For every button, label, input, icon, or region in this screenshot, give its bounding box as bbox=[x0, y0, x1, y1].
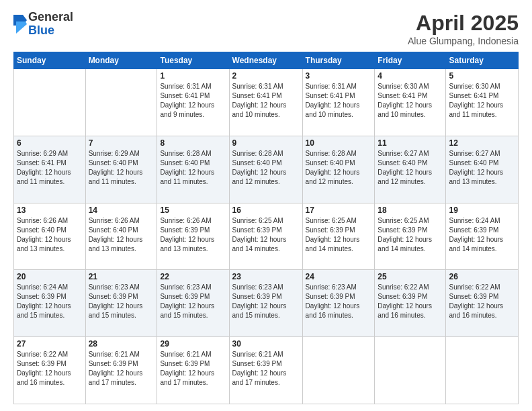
calendar-cell: 11Sunrise: 6:27 AMSunset: 6:40 PMDayligh… bbox=[375, 136, 446, 203]
calendar-cell: 22Sunrise: 6:23 AMSunset: 6:39 PMDayligh… bbox=[157, 270, 229, 337]
calendar-cell bbox=[446, 337, 519, 404]
day-number: 22 bbox=[160, 272, 226, 281]
day-number: 24 bbox=[306, 272, 372, 281]
day-info: Sunrise: 6:27 AMSunset: 6:40 PMDaylight:… bbox=[378, 149, 443, 187]
day-info: Sunrise: 6:24 AMSunset: 6:39 PMDaylight:… bbox=[449, 216, 515, 254]
calendar-cell: 20Sunrise: 6:24 AMSunset: 6:39 PMDayligh… bbox=[14, 270, 86, 337]
day-info: Sunrise: 6:24 AMSunset: 6:39 PMDaylight:… bbox=[17, 283, 83, 320]
calendar-cell: 12Sunrise: 6:27 AMSunset: 6:40 PMDayligh… bbox=[446, 136, 519, 203]
calendar-cell: 9Sunrise: 6:28 AMSunset: 6:40 PMDaylight… bbox=[229, 136, 302, 203]
calendar-cell: 4Sunrise: 6:30 AMSunset: 6:41 PMDaylight… bbox=[375, 69, 446, 136]
day-number: 19 bbox=[449, 205, 515, 215]
week-row-2: 6Sunrise: 6:29 AMSunset: 6:41 PMDaylight… bbox=[14, 136, 519, 203]
day-number: 3 bbox=[306, 71, 372, 81]
calendar-cell: 29Sunrise: 6:21 AMSunset: 6:39 PMDayligh… bbox=[157, 337, 229, 404]
calendar-cell: 7Sunrise: 6:29 AMSunset: 6:40 PMDaylight… bbox=[85, 136, 157, 203]
day-info: Sunrise: 6:23 AMSunset: 6:39 PMDaylight:… bbox=[232, 283, 300, 320]
calendar-cell: 6Sunrise: 6:29 AMSunset: 6:41 PMDaylight… bbox=[14, 136, 86, 203]
day-info: Sunrise: 6:22 AMSunset: 6:39 PMDaylight:… bbox=[449, 283, 515, 320]
logo-blue: Blue bbox=[28, 24, 73, 38]
day-info: Sunrise: 6:21 AMSunset: 6:39 PMDaylight:… bbox=[89, 350, 154, 387]
calendar-cell: 1Sunrise: 6:31 AMSunset: 6:41 PMDaylight… bbox=[157, 69, 229, 136]
title-month: April 2025 bbox=[408, 11, 519, 36]
day-number: 26 bbox=[449, 272, 515, 281]
day-number: 9 bbox=[232, 138, 300, 148]
calendar-cell: 19Sunrise: 6:24 AMSunset: 6:39 PMDayligh… bbox=[446, 203, 519, 270]
day-number: 7 bbox=[89, 138, 154, 148]
day-number: 1 bbox=[160, 71, 226, 81]
calendar-page: General Blue April 2025 Alue Glumpang, I… bbox=[0, 0, 532, 411]
day-number: 13 bbox=[17, 205, 83, 215]
calendar-cell: 10Sunrise: 6:28 AMSunset: 6:40 PMDayligh… bbox=[302, 136, 375, 203]
day-number: 5 bbox=[449, 71, 515, 81]
day-number: 2 bbox=[232, 71, 300, 81]
calendar-cell: 26Sunrise: 6:22 AMSunset: 6:39 PMDayligh… bbox=[446, 270, 519, 337]
day-number: 16 bbox=[232, 205, 300, 215]
calendar-cell: 27Sunrise: 6:22 AMSunset: 6:39 PMDayligh… bbox=[14, 337, 86, 404]
day-info: Sunrise: 6:29 AMSunset: 6:40 PMDaylight:… bbox=[89, 149, 154, 187]
day-info: Sunrise: 6:31 AMSunset: 6:41 PMDaylight:… bbox=[160, 82, 226, 120]
day-info: Sunrise: 6:26 AMSunset: 6:40 PMDaylight:… bbox=[89, 216, 154, 254]
week-row-1: 1Sunrise: 6:31 AMSunset: 6:41 PMDaylight… bbox=[14, 69, 519, 136]
logo-text: General Blue bbox=[28, 11, 73, 38]
day-info: Sunrise: 6:21 AMSunset: 6:39 PMDaylight:… bbox=[232, 350, 300, 387]
calendar-cell: 24Sunrise: 6:23 AMSunset: 6:39 PMDayligh… bbox=[302, 270, 375, 337]
calendar-cell: 18Sunrise: 6:25 AMSunset: 6:39 PMDayligh… bbox=[375, 203, 446, 270]
week-row-5: 27Sunrise: 6:22 AMSunset: 6:39 PMDayligh… bbox=[14, 337, 519, 404]
day-number: 23 bbox=[232, 272, 300, 281]
week-row-4: 20Sunrise: 6:24 AMSunset: 6:39 PMDayligh… bbox=[14, 270, 519, 337]
day-info: Sunrise: 6:26 AMSunset: 6:39 PMDaylight:… bbox=[160, 216, 226, 254]
day-number: 21 bbox=[89, 272, 154, 281]
calendar-cell: 16Sunrise: 6:25 AMSunset: 6:39 PMDayligh… bbox=[229, 203, 302, 270]
calendar-cell: 25Sunrise: 6:22 AMSunset: 6:39 PMDayligh… bbox=[375, 270, 446, 337]
day-info: Sunrise: 6:28 AMSunset: 6:40 PMDaylight:… bbox=[232, 149, 300, 187]
day-number: 8 bbox=[160, 138, 226, 148]
weekday-header-wednesday: Wednesday bbox=[229, 52, 302, 69]
day-info: Sunrise: 6:25 AMSunset: 6:39 PMDaylight:… bbox=[232, 216, 300, 254]
calendar-cell: 30Sunrise: 6:21 AMSunset: 6:39 PMDayligh… bbox=[229, 337, 302, 404]
weekday-header-sunday: Sunday bbox=[14, 52, 86, 69]
day-info: Sunrise: 6:31 AMSunset: 6:41 PMDaylight:… bbox=[232, 82, 300, 120]
day-number: 14 bbox=[89, 205, 154, 215]
logo-icon bbox=[13, 15, 27, 34]
day-number: 30 bbox=[232, 339, 300, 349]
calendar-cell: 14Sunrise: 6:26 AMSunset: 6:40 PMDayligh… bbox=[85, 203, 157, 270]
day-info: Sunrise: 6:22 AMSunset: 6:39 PMDaylight:… bbox=[378, 283, 443, 320]
day-info: Sunrise: 6:23 AMSunset: 6:39 PMDaylight:… bbox=[89, 283, 154, 320]
day-info: Sunrise: 6:25 AMSunset: 6:39 PMDaylight:… bbox=[378, 216, 443, 254]
title-location: Alue Glumpang, Indonesia bbox=[408, 36, 519, 46]
day-info: Sunrise: 6:23 AMSunset: 6:39 PMDaylight:… bbox=[306, 283, 372, 320]
day-info: Sunrise: 6:28 AMSunset: 6:40 PMDaylight:… bbox=[306, 149, 372, 187]
weekday-header-saturday: Saturday bbox=[446, 52, 519, 69]
day-number: 27 bbox=[17, 339, 83, 349]
day-number: 18 bbox=[378, 205, 443, 215]
day-info: Sunrise: 6:21 AMSunset: 6:39 PMDaylight:… bbox=[160, 350, 226, 387]
day-number: 20 bbox=[17, 272, 83, 281]
calendar-cell: 17Sunrise: 6:25 AMSunset: 6:39 PMDayligh… bbox=[302, 203, 375, 270]
day-info: Sunrise: 6:29 AMSunset: 6:41 PMDaylight:… bbox=[17, 149, 83, 187]
calendar-cell bbox=[375, 337, 446, 404]
calendar-cell: 3Sunrise: 6:31 AMSunset: 6:41 PMDaylight… bbox=[302, 69, 375, 136]
day-number: 4 bbox=[378, 71, 443, 81]
calendar-cell: 5Sunrise: 6:30 AMSunset: 6:41 PMDaylight… bbox=[446, 69, 519, 136]
day-info: Sunrise: 6:26 AMSunset: 6:40 PMDaylight:… bbox=[17, 216, 83, 254]
calendar-table: SundayMondayTuesdayWednesdayThursdayFrid… bbox=[13, 52, 519, 404]
day-number: 11 bbox=[378, 138, 443, 148]
calendar-cell bbox=[302, 337, 375, 404]
day-info: Sunrise: 6:30 AMSunset: 6:41 PMDaylight:… bbox=[378, 82, 443, 120]
day-info: Sunrise: 6:23 AMSunset: 6:39 PMDaylight:… bbox=[160, 283, 226, 320]
day-number: 10 bbox=[306, 138, 372, 148]
weekday-header-row: SundayMondayTuesdayWednesdayThursdayFrid… bbox=[14, 52, 519, 69]
day-number: 6 bbox=[17, 138, 83, 148]
day-number: 15 bbox=[160, 205, 226, 215]
day-number: 28 bbox=[89, 339, 154, 349]
day-info: Sunrise: 6:22 AMSunset: 6:39 PMDaylight:… bbox=[17, 350, 83, 387]
calendar-cell bbox=[85, 69, 157, 136]
calendar-cell bbox=[14, 69, 86, 136]
header: General Blue April 2025 Alue Glumpang, I… bbox=[13, 11, 519, 46]
day-info: Sunrise: 6:28 AMSunset: 6:40 PMDaylight:… bbox=[160, 149, 226, 187]
calendar-cell: 28Sunrise: 6:21 AMSunset: 6:39 PMDayligh… bbox=[85, 337, 157, 404]
svg-marker-1 bbox=[16, 21, 27, 34]
title-block: April 2025 Alue Glumpang, Indonesia bbox=[408, 11, 519, 46]
weekday-header-thursday: Thursday bbox=[302, 52, 375, 69]
